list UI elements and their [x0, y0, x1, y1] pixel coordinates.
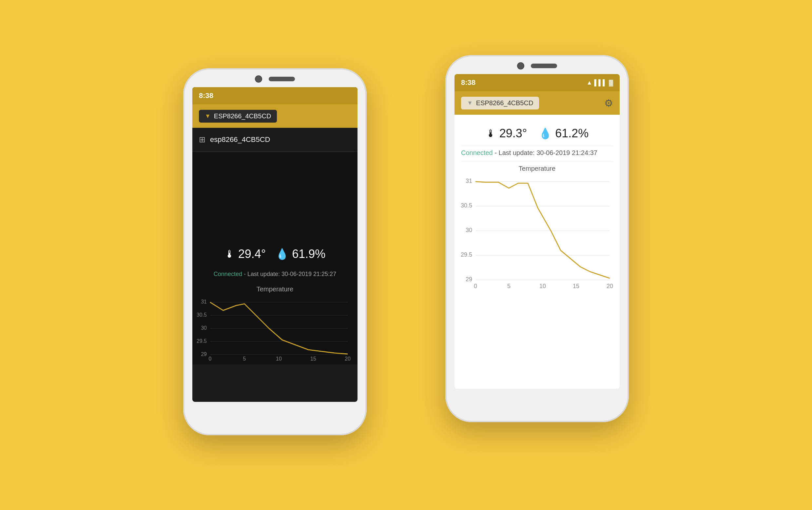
dark-spacer-left [192, 152, 357, 237]
app-bar-left: ▼ ESP8266_4CB5CD [192, 104, 357, 128]
svg-text:30: 30 [201, 325, 207, 331]
temperature-value-right: 29.3° [499, 126, 527, 140]
gear-icon-right[interactable]: ⚙ [604, 97, 613, 109]
svg-text:29: 29 [466, 276, 472, 283]
humidity-display-right: 💧 61.2% [539, 126, 588, 140]
svg-text:10: 10 [540, 283, 546, 289]
humidity-value-left: 61.9% [292, 247, 325, 261]
phone-left-top-bar [183, 68, 367, 83]
speaker-right [531, 64, 557, 68]
phone-right-top-bar [445, 55, 629, 69]
svg-text:0: 0 [209, 356, 212, 361]
svg-text:20: 20 [607, 283, 613, 289]
svg-text:10: 10 [276, 356, 282, 361]
camera-left [255, 75, 262, 83]
humidity-value-right: 61.2% [555, 126, 588, 140]
chart-left: Temperature 29 29.5 30 30.5 31 0 [192, 282, 357, 365]
status-icons-right: ▲ ▌▌▌ ▓ [586, 79, 613, 86]
phone-right-screen: 8:38 ▲ ▌▌▌ ▓ ▼ ESP8266_4CB5CD ⚙ [455, 74, 620, 389]
time-left: 8:38 [199, 91, 213, 100]
device-name-left: ESP8266_4CB5CD [214, 112, 271, 120]
svg-text:30.5: 30.5 [461, 202, 472, 209]
device-item-left[interactable]: ⊞ esp8266_4CB5CD [192, 128, 357, 152]
last-update-left: - Last update: 30-06-2019 21:25:27 [242, 271, 336, 277]
svg-text:5: 5 [243, 356, 246, 361]
white-content: 🌡 29.3° 💧 61.2% Connected - Last update:… [455, 115, 620, 304]
connected-label-right: Connected [461, 149, 493, 157]
svg-text:29.5: 29.5 [461, 251, 472, 258]
chart-title-left: Temperature [197, 285, 353, 293]
temperature-display-left: 🌡 29.4° [225, 247, 266, 261]
connected-bar-left: Connected - Last update: 30-06-2019 21:2… [192, 267, 357, 282]
connected-bar-right: Connected - Last update: 30-06-2019 21:2… [455, 146, 620, 161]
wifi-icon-right: ▲ [586, 79, 592, 86]
phone-left-screen: 8:38 ▼ ESP8266_4CB5CD ⊞ esp8266_4CB5CD [192, 87, 357, 402]
device-selector-right[interactable]: ▼ ESP8266_4CB5CD [461, 97, 539, 110]
temperature-value-left: 29.4° [238, 247, 266, 261]
dropdown-arrow-right: ▼ [467, 100, 473, 107]
temperature-display-right: 🌡 29.3° [486, 126, 527, 140]
battery-icon-right: ▓ [609, 79, 613, 86]
svg-text:31: 31 [466, 178, 472, 184]
device-name-right: ESP8266_4CB5CD [476, 99, 533, 107]
chart-right: Temperature 29 29.5 30 30.5 31 [455, 162, 620, 304]
speaker-left [269, 77, 295, 81]
sensor-display-left: 🌡 29.4° 💧 61.9% [192, 237, 357, 267]
last-update-right: - Last update: 30-06-2019 21:24:37 [493, 149, 598, 157]
time-right: 8:38 [461, 78, 475, 87]
phones-container: 8:38 ▼ ESP8266_4CB5CD ⊞ esp8266_4CB5CD [144, 42, 668, 468]
chart-title-right: Temperature [459, 165, 615, 172]
thermometer-icon-left: 🌡 [225, 248, 235, 260]
svg-text:30.5: 30.5 [197, 312, 207, 318]
phone-left: 8:38 ▼ ESP8266_4CB5CD ⊞ esp8266_4CB5CD [183, 68, 367, 435]
svg-text:30: 30 [466, 227, 472, 233]
device-label-left: esp8266_4CB5CD [210, 135, 270, 144]
sensor-display-right: 🌡 29.3° 💧 61.2% [455, 115, 620, 145]
svg-text:0: 0 [474, 283, 477, 289]
dropdown-arrow-left: ▼ [205, 113, 211, 120]
svg-text:29: 29 [201, 351, 207, 357]
svg-text:15: 15 [573, 283, 579, 289]
chart-svg-right: 29 29.5 30 30.5 31 0 5 10 15 20 [459, 175, 616, 300]
status-bar-left: 8:38 [192, 87, 357, 104]
status-bar-right: 8:38 ▲ ▌▌▌ ▓ [455, 74, 620, 91]
humidity-display-left: 💧 61.9% [276, 247, 325, 261]
droplet-icon-left: 💧 [276, 248, 289, 260]
svg-text:31: 31 [201, 299, 207, 305]
droplet-icon-right: 💧 [539, 127, 552, 140]
connected-label-left: Connected [214, 271, 242, 277]
svg-text:5: 5 [507, 283, 511, 289]
device-selector-left[interactable]: ▼ ESP8266_4CB5CD [199, 110, 277, 122]
svg-text:15: 15 [310, 356, 316, 361]
signal-icon-right: ▌▌▌ [594, 79, 607, 86]
chart-svg-left: 29 29.5 30 30.5 31 0 5 10 15 20 [197, 295, 354, 361]
device-list-left: ⊞ esp8266_4CB5CD [192, 128, 357, 152]
thermometer-icon-right: 🌡 [486, 128, 496, 140]
svg-text:29.5: 29.5 [197, 338, 207, 344]
chip-icon-left: ⊞ [199, 135, 205, 144]
svg-text:20: 20 [345, 356, 351, 361]
app-bar-right: ▼ ESP8266_4CB5CD ⚙ [455, 91, 620, 115]
camera-right [517, 62, 524, 69]
phone-right: 8:38 ▲ ▌▌▌ ▓ ▼ ESP8266_4CB5CD ⚙ [445, 55, 629, 422]
